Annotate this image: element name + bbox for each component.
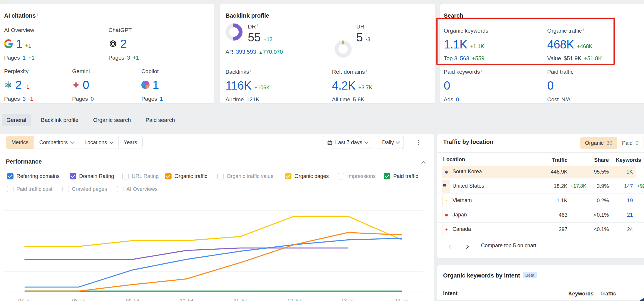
- pages-label: Pages: [72, 96, 88, 102]
- metric-value[interactable]: 1: [152, 78, 159, 92]
- location-row-japan[interactable]: Japan 463 <0.1% 21: [437, 208, 644, 223]
- checkbox-organic-pages[interactable]: Organic pages: [285, 172, 329, 180]
- location-row-south-korea[interactable]: South Korea 446.9K 95.5% 1K: [437, 165, 644, 179]
- toggle-organic[interactable]: Organic30: [580, 137, 617, 149]
- metric-value[interactable]: 0: [547, 79, 554, 92]
- divider: [437, 152, 644, 153]
- svg-text:13 Jul: 13 Jul: [341, 298, 355, 301]
- location-row-united-states[interactable]: United States 18.2K +17.8K 3.9% 147 +92: [437, 179, 644, 194]
- tab-general[interactable]: General: [2, 114, 31, 126]
- ar-value[interactable]: 393,593: [236, 49, 256, 55]
- alltime-value: 121K: [246, 96, 259, 103]
- filter-locations[interactable]: Locations: [79, 136, 118, 149]
- filter-metrics[interactable]: Metrics: [6, 136, 34, 149]
- checkbox-paid-traffic-cost[interactable]: Paid traffic cost: [7, 185, 52, 193]
- checkbox-ai-overviews[interactable]: AI Overviews: [117, 185, 157, 193]
- info-icon: i: [489, 27, 490, 31]
- checkbox-crawled-pages[interactable]: Crawled pages: [62, 185, 107, 193]
- checkbox-impressions[interactable]: Impressions: [338, 172, 376, 180]
- metric-label: Organic keywords: [444, 28, 488, 34]
- checkbox-label: Crawled pages: [72, 186, 107, 192]
- checkbox-domain-rating[interactable]: Domain Rating: [70, 172, 114, 180]
- keywords-value[interactable]: 147: [604, 179, 633, 194]
- metric-label: AI Overview: [4, 27, 35, 33]
- pages-change: +1: [28, 55, 35, 61]
- perplexity-icon: [4, 81, 12, 89]
- toggle-count: 0: [635, 140, 638, 146]
- checkbox-label: Domain Rating: [79, 173, 114, 179]
- checkbox-url-rating[interactable]: URL Rating: [122, 172, 159, 180]
- checkbox-organic-traffic-value[interactable]: Organic traffic value: [217, 172, 274, 180]
- tab-organic-search[interactable]: Organic search: [88, 114, 135, 126]
- ur-value: 5: [356, 31, 363, 44]
- metric-value[interactable]: 4.2K: [332, 79, 355, 92]
- sub-label: Value: [547, 55, 561, 62]
- keywords-value[interactable]: 1K: [604, 165, 633, 179]
- location-row-vietnam[interactable]: Vietnam 1.1K 0.2% 19: [437, 194, 644, 208]
- metric-backlinks: Backlinksi 116K +106K All time121K: [226, 68, 270, 103]
- filter-competitors[interactable]: Competitors: [34, 136, 79, 149]
- svg-text:09 Jul: 09 Jul: [126, 298, 139, 301]
- metric-value[interactable]: 1: [16, 37, 22, 51]
- granularity-button[interactable]: Daily: [378, 136, 404, 149]
- pages-value[interactable]: 3: [23, 96, 26, 102]
- sub-value[interactable]: 563: [460, 55, 469, 62]
- tab-paid-search[interactable]: Paid search: [141, 114, 179, 126]
- site-overview-page: AI citationsi AI Overview 1 +1 Pages1+1 …: [0, 0, 644, 301]
- metric-value[interactable]: 0: [83, 78, 89, 92]
- svg-text:08 Jul: 08 Jul: [72, 298, 85, 301]
- dr-donut-chart: [226, 23, 243, 41]
- more-options-button[interactable]: [416, 139, 422, 147]
- metric-value[interactable]: 468K: [547, 38, 574, 51]
- intent-table-header: Intent Keywords Traffic: [437, 289, 644, 299]
- traffic-value: 446.9K: [523, 165, 567, 179]
- checkbox-icon: [7, 173, 13, 179]
- keywords-value[interactable]: 19: [604, 194, 633, 208]
- ar-change: 770,070: [263, 49, 283, 55]
- chevron-down-icon: [109, 140, 113, 144]
- keywords-change: +92: [637, 183, 644, 189]
- keywords-value[interactable]: 24: [604, 222, 633, 237]
- collapse-section-button[interactable]: [421, 161, 427, 167]
- column-keywords: Keywords: [606, 155, 641, 165]
- svg-text:12 Jul: 12 Jul: [287, 298, 301, 301]
- overview-tabs: General Backlink profile Organic search …: [2, 114, 180, 126]
- next-page-button[interactable]: [463, 243, 470, 250]
- info-icon: i: [574, 68, 575, 73]
- filter-years[interactable]: Years: [118, 136, 142, 149]
- checkbox-organic-traffic[interactable]: Organic traffic: [165, 172, 207, 180]
- sub-value[interactable]: 0: [456, 96, 459, 103]
- metric-value[interactable]: 0: [444, 79, 450, 92]
- pages-value[interactable]: 1: [23, 55, 26, 61]
- metric-value[interactable]: 1.1K: [444, 38, 467, 51]
- metric-value[interactable]: 116K: [226, 79, 251, 92]
- sub-value: N/A: [561, 96, 571, 103]
- share-value: 0.2%: [570, 194, 609, 208]
- pages-value[interactable]: 1: [160, 96, 163, 102]
- prev-page-button[interactable]: [448, 243, 455, 250]
- dr-change: +12: [264, 36, 273, 43]
- metric-value[interactable]: 2: [120, 37, 127, 51]
- date-range-button[interactable]: Last 7 days: [323, 136, 372, 149]
- filter-label: Competitors: [39, 139, 68, 146]
- granularity-label: Daily: [382, 139, 394, 146]
- info-icon: i: [257, 23, 258, 27]
- metric-value[interactable]: 2: [15, 78, 22, 92]
- keywords-value[interactable]: 21: [604, 208, 633, 222]
- location-row-canada[interactable]: Canada 397 <0.1% 24: [437, 222, 644, 237]
- metric-chatgpt: ChatGPT 2 Pages3+1: [109, 27, 139, 61]
- toggle-paid[interactable]: Paid0: [617, 137, 643, 149]
- checkbox-paid-traffic[interactable]: Paid traffic: [384, 172, 418, 180]
- sub-change: +51.8K: [584, 55, 602, 62]
- checkbox-label: AI Overviews: [126, 186, 157, 192]
- compare-top5-link[interactable]: Compare top 5 on chart: [481, 243, 536, 249]
- info-icon: i: [583, 27, 584, 31]
- checkbox-referring-domains[interactable]: Referring domains: [7, 172, 60, 180]
- traffic-by-location-title: Traffic by location: [443, 139, 493, 145]
- backlink-profile-title: Backlink profile: [226, 12, 269, 19]
- chevron-up-icon: [421, 161, 426, 165]
- pages-value[interactable]: 0: [91, 96, 94, 102]
- metric-paid-traffic: Paid traffici 0 CostN/A: [547, 68, 575, 103]
- pages-value[interactable]: 3: [127, 55, 130, 61]
- tab-backlink-profile[interactable]: Backlink profile: [36, 114, 83, 126]
